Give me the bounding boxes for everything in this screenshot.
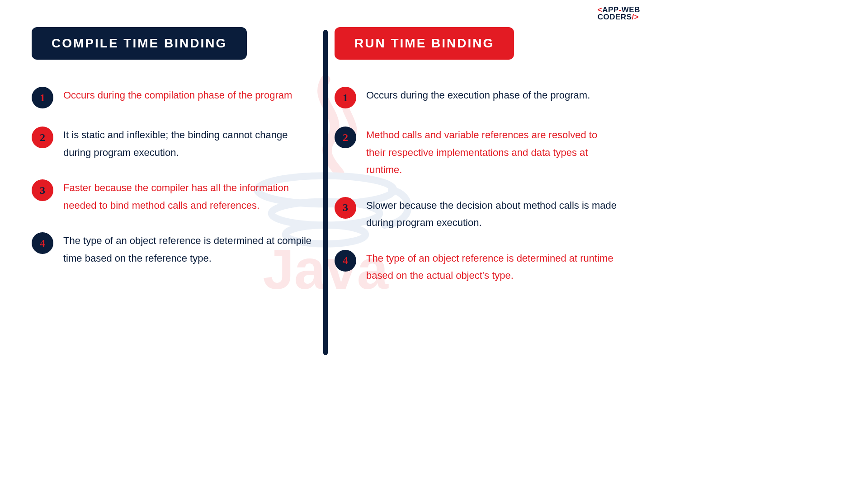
list-item: 4 The type of an object reference is det… [335,250,624,285]
brand-gt-icon: > [634,13,639,21]
item-number-badge: 1 [335,87,356,108]
item-text: Occurs during the compilation phase of t… [63,87,292,104]
right-title-pill: RUN TIME BINDING [335,27,514,60]
right-items: 1 Occurs during the execution phase of t… [335,87,624,285]
list-item: 2 It is static and inflexible; the bindi… [32,127,321,161]
brand-logo: <APP-WEB CODERS/> [598,5,640,22]
diagram-canvas: Java <APP-WEB CODERS/> COMPILE TIME BIND… [0,0,651,366]
list-item: 2 Method calls and variable references a… [335,127,624,179]
center-divider [323,30,328,355]
item-number-badge: 2 [335,127,356,148]
item-number-badge: 3 [335,197,356,219]
item-text: Slower because the decision about method… [366,197,619,232]
right-column: RUN TIME BINDING 1 Occurs during the exe… [335,27,624,303]
item-number-badge: 1 [32,87,53,108]
item-text: Method calls and variable references are… [366,127,619,179]
item-text: It is static and inflexible; the binding… [63,127,316,161]
item-text: Faster because the compiler has all the … [63,179,316,214]
left-title-pill: COMPILE TIME BINDING [32,27,247,60]
item-number-badge: 4 [335,250,356,272]
item-text: The type of an object reference is deter… [366,250,619,285]
item-text: The type of an object reference is deter… [63,232,316,267]
list-item: 3 Slower because the decision about meth… [335,197,624,232]
left-items: 1 Occurs during the compilation phase of… [32,87,321,267]
list-item: 4 The type of an object reference is det… [32,232,321,267]
list-item: 3 Faster because the compiler has all th… [32,179,321,214]
list-item: 1 Occurs during the compilation phase of… [32,87,321,108]
item-text: Occurs during the execution phase of the… [366,87,590,104]
left-column: COMPILE TIME BINDING 1 Occurs during the… [32,27,321,285]
item-number-badge: 2 [32,127,53,148]
item-number-badge: 3 [32,179,53,201]
item-number-badge: 4 [32,232,53,254]
list-item: 1 Occurs during the execution phase of t… [335,87,624,108]
